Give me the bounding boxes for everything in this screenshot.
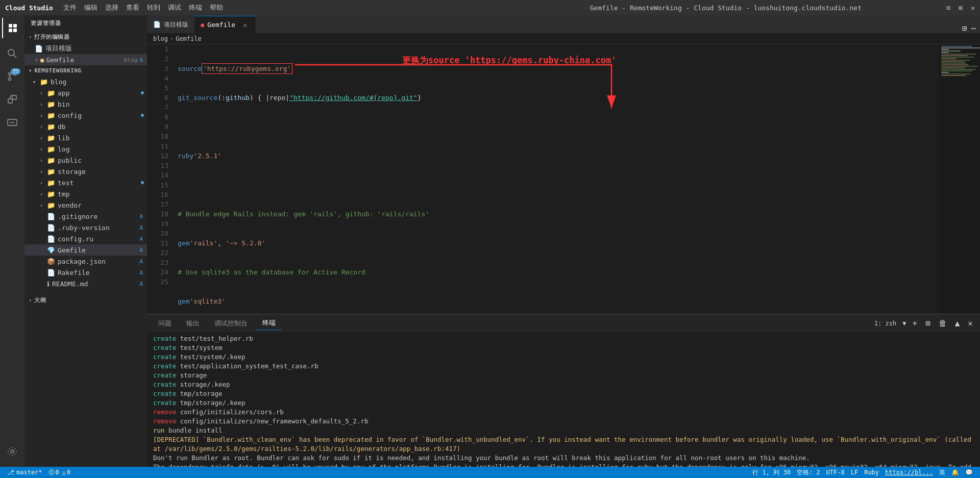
status-lang-icon[interactable]: 英	[936, 468, 948, 477]
sidebar: 资源管理器 › 打开的编辑器 📄 项目模版 ✕ ● Gemfile blog A	[24, 15, 147, 467]
activity-git[interactable]: 77	[2, 66, 22, 87]
status-spaces[interactable]: 空格: 2	[794, 468, 823, 477]
tab-close-icon[interactable]: ✕	[241, 21, 249, 29]
folder-test[interactable]: › 📁 test	[24, 177, 147, 188]
terminal-controls: 1: zsh ▼ + ⊞ 🗑 ▲ ✕	[874, 317, 975, 329]
menu-select[interactable]: 选择	[105, 3, 118, 12]
folder-icon: 📁	[40, 78, 48, 86]
code-editor[interactable]: 1 2 3 4 5 6 7 8 9 10 11 12 13 14 15 16 1…	[147, 44, 980, 314]
sidebar-open-gemfile[interactable]: ✕ ● Gemfile blog A	[24, 54, 147, 65]
file-ruby-version[interactable]: 📄 .ruby-version A	[24, 222, 147, 233]
folder-app[interactable]: › 📁 app	[24, 87, 147, 98]
menu-help[interactable]: 帮助	[210, 3, 223, 12]
folder-db[interactable]: › 📁 db	[24, 121, 147, 132]
gemfile-modified-icon: ●	[40, 56, 44, 64]
status-eol[interactable]: LF	[848, 469, 861, 476]
file-icon: 📄	[47, 269, 55, 276]
file-readme[interactable]: ℹ README.md A	[24, 278, 147, 289]
terminal-maximize-button[interactable]: ▲	[953, 317, 962, 329]
app-title: Cloud Studio	[5, 4, 53, 12]
term-normal-line: Don't run Bundler as root. Bundler can a…	[153, 454, 974, 463]
title-bar: Cloud Studio 文件 编辑 选择 查看 转到 调试 终端 帮助 Gem…	[0, 0, 980, 15]
tab-problems[interactable]: 问题	[152, 317, 178, 330]
shell-dropdown-icon: ▼	[902, 320, 906, 327]
file-icon: 📦	[47, 258, 55, 265]
folder-config[interactable]: › 📁 config	[24, 110, 147, 121]
term-line: create tmp/storage	[153, 389, 974, 398]
close-icon[interactable]: ✕	[971, 4, 975, 12]
file-package-json[interactable]: 📦 package.json A	[24, 256, 147, 267]
folder-blog[interactable]: ▾ 📁 blog	[24, 76, 147, 87]
status-url[interactable]: https://bl...	[882, 469, 936, 476]
code-line-7: gem 'rails', '~> 5.2.0'	[178, 238, 939, 248]
file-config-ru[interactable]: 📄 config.ru A	[24, 233, 147, 244]
folder-storage[interactable]: › 📁 storage	[24, 166, 147, 177]
code-content[interactable]: source 'https://rubygems.org' git_source…	[173, 44, 939, 314]
code-line-5	[178, 180, 939, 190]
outline-header[interactable]: › 大纲	[24, 294, 147, 306]
window-controls: ⊟ ⊞ ✕	[947, 4, 975, 12]
terminal-add-button[interactable]: +	[910, 317, 919, 329]
menu-edit[interactable]: 编辑	[84, 3, 97, 12]
terminal-split-button[interactable]: ⊞	[923, 317, 933, 329]
status-encoding[interactable]: UTF-8	[823, 469, 848, 476]
tab-output[interactable]: 输出	[180, 317, 206, 330]
tab-terminal[interactable]: 终端	[256, 316, 282, 330]
menu-goto[interactable]: 转到	[147, 3, 160, 12]
folder-log[interactable]: › 📁 log	[24, 143, 147, 155]
term-deprecated-line: [DEPRECATED] `Bundler.with_clean_env` ha…	[153, 435, 974, 454]
code-line-3	[178, 122, 939, 132]
chevron-icon: ›	[40, 180, 47, 186]
svg-rect-9	[8, 99, 12, 103]
activity-search[interactable]	[2, 43, 22, 64]
sidebar-header: 资源管理器	[24, 15, 147, 31]
activity-explorer[interactable]	[2, 18, 22, 38]
folder-vendor[interactable]: › 📁 vendor	[24, 199, 147, 211]
git-badge: 77	[11, 68, 20, 74]
menu-terminal[interactable]: 终端	[189, 3, 202, 12]
status-feedback-icon[interactable]: 💬	[962, 469, 976, 476]
menu-bar: 文件 编辑 选择 查看 转到 调试 终端 帮助	[63, 3, 505, 12]
maximize-icon[interactable]: ⊞	[959, 4, 963, 12]
sidebar-project-template[interactable]: 📄 项目模版	[24, 43, 147, 54]
folder-public[interactable]: › 📁 public	[24, 155, 147, 166]
file-rakefile[interactable]: 📄 Rakefile A	[24, 267, 147, 278]
tab-project-template[interactable]: 📄 项目模版	[147, 16, 194, 33]
file-gitignore[interactable]: 📄 .gitignore A	[24, 211, 147, 222]
terminal-trash-button[interactable]: 🗑	[937, 317, 949, 329]
activity-extensions[interactable]	[2, 89, 22, 110]
warning-icon: △	[62, 469, 66, 476]
tab-debug-console[interactable]: 调试控制台	[208, 317, 254, 330]
file-icon: 📄	[35, 45, 43, 53]
more-tabs-icon[interactable]: ⋯	[971, 23, 976, 33]
status-emoji-icon[interactable]: 🔔	[948, 469, 962, 476]
svg-point-13	[11, 450, 14, 453]
folder-icon: 📁	[47, 168, 55, 175]
menu-file[interactable]: 文件	[63, 3, 77, 12]
split-editor-icon[interactable]: ⊞	[962, 23, 967, 33]
folder-tmp[interactable]: › 📁 tmp	[24, 188, 147, 199]
status-cursor[interactable]: 行 1, 列 30	[749, 468, 794, 477]
close-file-icon[interactable]: ✕	[35, 57, 38, 63]
breadcrumb-gemfile[interactable]: Gemfile	[176, 35, 202, 42]
folder-icon: 📁	[47, 134, 55, 142]
menu-view[interactable]: 查看	[126, 3, 139, 12]
activity-remote[interactable]	[2, 112, 22, 133]
breadcrumb-blog[interactable]: blog	[153, 35, 168, 42]
chevron-icon: ›	[40, 203, 47, 208]
terminal-close-button[interactable]: ✕	[966, 317, 975, 329]
activity-settings[interactable]	[2, 441, 22, 462]
folder-bin[interactable]: › 📁 bin	[24, 98, 147, 110]
file-gemfile[interactable]: 💎 Gemfile A	[24, 244, 147, 256]
status-language[interactable]: Ruby	[861, 469, 882, 476]
open-editors-header[interactable]: › 打开的编辑器	[24, 31, 147, 43]
minimize-icon[interactable]: ⊟	[947, 4, 951, 12]
svg-point-6	[9, 73, 11, 76]
status-errors[interactable]: ⓪ 0 △ 0	[45, 467, 74, 478]
status-branch[interactable]: ⎇ master*	[4, 467, 45, 478]
tab-gemfile[interactable]: ● Gemfile ✕	[194, 16, 256, 33]
folder-lib[interactable]: › 📁 lib	[24, 132, 147, 143]
workspace-header[interactable]: ▾ REMOTEWORKING	[24, 65, 147, 76]
terminal-content[interactable]: create test/test_helper.rb create test/s…	[147, 332, 980, 467]
menu-debug[interactable]: 调试	[168, 3, 181, 12]
